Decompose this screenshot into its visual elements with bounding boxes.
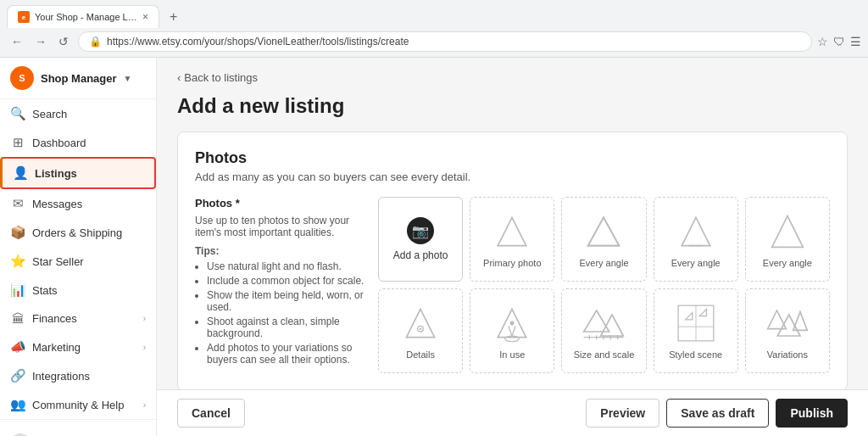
preview-button[interactable]: Preview	[586, 399, 659, 428]
svg-marker-0	[498, 217, 526, 245]
tip-2: Include a common object for scale.	[207, 275, 364, 287]
cancel-button[interactable]: Cancel	[177, 399, 245, 428]
photo-slot-styled-scene[interactable]: Styled scene	[654, 288, 738, 373]
new-tab-button[interactable]: +	[163, 6, 184, 28]
every-angle-3-label: Every angle	[760, 258, 815, 268]
tab-bar: e Your Shop - Manage Listi... × +	[0, 0, 868, 28]
marketing-chevron: ›	[143, 343, 146, 352]
finances-chevron: ›	[143, 314, 146, 323]
bottom-bar-right: Preview Save as draft Publish	[586, 399, 848, 428]
menu-icon[interactable]: ☰	[850, 35, 861, 48]
forward-button[interactable]: →	[31, 32, 51, 51]
star-icon: ⭐	[10, 254, 25, 269]
photo-grid: 📷 Add a photo Primary photo	[378, 197, 830, 373]
svg-marker-6	[406, 310, 434, 338]
every-angle-1-illustration	[582, 210, 625, 253]
size-scale-illustration	[582, 302, 625, 344]
photo-slot-every-angle-1[interactable]: Every angle	[561, 197, 646, 282]
photo-slot-details[interactable]: Details	[378, 288, 463, 373]
svg-marker-3	[682, 217, 709, 245]
sidebar-item-stats-label: Stats	[32, 284, 58, 297]
url-text: https://www.etsy.com/your/shops/VionelLe…	[107, 36, 409, 48]
refresh-button[interactable]: ↺	[54, 32, 73, 51]
sidebar-item-search-label: Search	[32, 108, 67, 120]
details-illustration	[399, 302, 442, 344]
nav-buttons: ← → ↺	[7, 32, 73, 51]
sidebar-item-stats[interactable]: 📊 Stats	[0, 276, 156, 305]
orders-icon: 📦	[10, 225, 25, 240]
primary-photo-illustration	[491, 210, 533, 253]
bottom-bar-left: Cancel	[177, 399, 245, 428]
listings-icon: 👤	[13, 165, 28, 181]
tip-5: Add photos to your variations so buyers …	[207, 342, 364, 366]
community-chevron: ›	[143, 400, 146, 410]
photo-grid-wrap: 📷 Add a photo Primary photo	[378, 197, 830, 373]
add-photo-label: Add a photo	[393, 249, 448, 261]
finances-icon: 🏛	[10, 311, 25, 326]
svg-marker-25	[685, 313, 692, 320]
sidebar-user: Vionel Leather «	[0, 427, 156, 436]
photo-slot-every-angle-2[interactable]: Every angle	[654, 197, 738, 282]
main-content: ‹ Back to listings Add a new listing Pho…	[157, 58, 868, 389]
photo-slot-variations[interactable]: Variations	[745, 288, 830, 373]
bookmark-icon[interactable]: ☆	[817, 35, 828, 48]
tab-title: Your Shop - Manage Listi...	[35, 12, 137, 22]
sidebar-item-community[interactable]: 👥 Community & Help ›	[0, 390, 156, 419]
styled-scene-illustration	[675, 302, 717, 344]
sidebar-item-listings-label: Listings	[35, 167, 77, 180]
sidebar-item-star-seller-label: Star Seller	[32, 255, 84, 268]
sidebar-item-integrations[interactable]: 🔗 Integrations	[0, 361, 156, 390]
photo-slot-primary[interactable]: Primary photo	[470, 197, 554, 282]
photos-field-label: Photos *	[195, 197, 364, 210]
sidebar-logo: S	[10, 66, 34, 90]
sidebar-item-messages[interactable]: ✉ Messages	[0, 189, 156, 218]
svg-marker-26	[699, 310, 706, 316]
tip-3: Show the item being held, worn, or used.	[207, 289, 364, 313]
dashboard-icon: ⊞	[10, 135, 25, 150]
photo-slot-every-angle-3[interactable]: Every angle	[745, 197, 830, 282]
sidebar-item-star-seller[interactable]: ⭐ Star Seller	[0, 247, 156, 276]
tab-favicon: e	[18, 11, 30, 23]
bottom-bar: Cancel Preview Save as draft Publish	[157, 389, 868, 436]
app-layout: S Shop Manager ▼ 🔍 Search ⊞ Dashboard 👤 …	[0, 58, 868, 436]
active-tab[interactable]: e Your Shop - Manage Listi... ×	[7, 5, 159, 28]
photos-tips-column: Photos * Use up to ten photos to show yo…	[195, 197, 364, 373]
save-draft-button[interactable]: Save as draft	[666, 399, 769, 428]
add-photo-slot[interactable]: 📷 Add a photo	[378, 197, 463, 282]
sidebar-item-marketing[interactable]: 📣 Marketing ›	[0, 333, 156, 361]
publish-button[interactable]: Publish	[776, 399, 848, 428]
every-angle-2-illustration	[675, 210, 717, 253]
photo-slot-size-scale[interactable]: Size and scale	[561, 288, 646, 373]
sidebar-item-finances[interactable]: 🏛 Finances ›	[0, 305, 156, 333]
search-icon: 🔍	[10, 106, 25, 121]
sidebar-item-dashboard[interactable]: ⊞ Dashboard	[0, 128, 156, 157]
page-title: Add a new listing	[177, 94, 848, 118]
svg-line-12	[509, 327, 512, 337]
sidebar: S Shop Manager ▼ 🔍 Search ⊞ Dashboard 👤 …	[0, 58, 157, 436]
address-input[interactable]: 🔒 https://www.etsy.com/your/shops/Vionel…	[78, 31, 812, 52]
every-angle-3-illustration	[766, 210, 809, 253]
shop-manager-title: Shop Manager	[41, 72, 117, 85]
details-label: Details	[403, 349, 438, 360]
svg-marker-2	[588, 217, 620, 245]
sidebar-item-orders[interactable]: 📦 Orders & Shipping	[0, 218, 156, 247]
photo-slot-in-use[interactable]: In use	[470, 288, 554, 373]
sidebar-item-community-label: Community & Help	[32, 399, 124, 411]
svg-point-11	[510, 321, 515, 326]
tab-close-icon[interactable]: ×	[142, 11, 148, 23]
sidebar-item-dashboard-label: Dashboard	[32, 137, 86, 149]
stats-icon: 📊	[10, 282, 25, 298]
variations-label: Variations	[764, 349, 811, 360]
svg-marker-15	[601, 315, 624, 336]
sidebar-item-listings[interactable]: 👤 Listings	[0, 157, 156, 189]
photos-section-title: Photos	[195, 149, 830, 167]
back-button[interactable]: ←	[7, 32, 27, 51]
lock-icon: 🔒	[89, 36, 102, 48]
shop-manager-chevron: ▼	[124, 74, 132, 83]
sidebar-item-messages-label: Messages	[32, 198, 82, 210]
shield-icon[interactable]: 🛡	[833, 35, 845, 48]
back-to-listings-link[interactable]: ‹ Back to listings	[177, 71, 848, 84]
address-bar: ← → ↺ 🔒 https://www.etsy.com/your/shops/…	[0, 28, 868, 57]
sidebar-item-search[interactable]: 🔍 Search	[0, 99, 156, 128]
tip-1: Use natural light and no flash.	[207, 260, 364, 272]
